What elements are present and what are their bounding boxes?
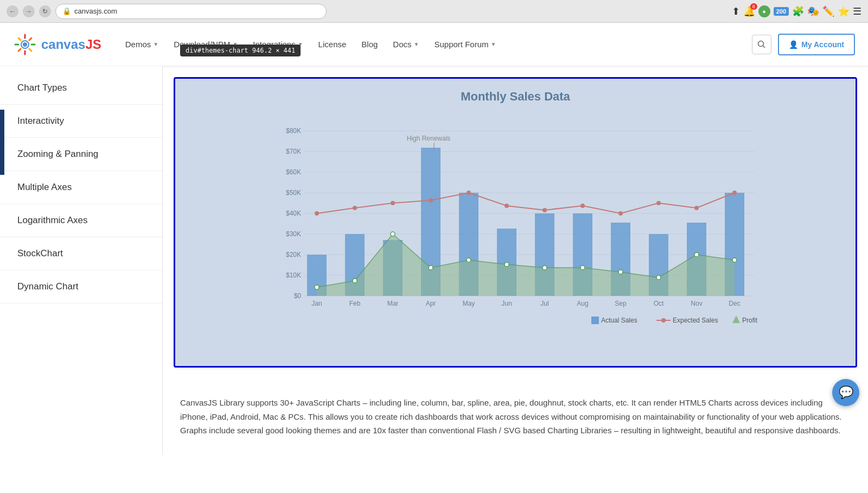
svg-point-52: [656, 275, 661, 280]
chart-area: Monthly Sales Data: [163, 66, 868, 378]
svg-text:$0: $0: [294, 292, 302, 300]
url-text: canvasjs.com: [74, 7, 117, 15]
svg-point-59: [467, 191, 471, 195]
svg-text:Aug: Aug: [577, 300, 588, 307]
sidebar-item-zooming-panning[interactable]: Zooming & Panning: [0, 138, 162, 171]
svg-text:$60K: $60K: [286, 168, 301, 176]
nav-search-area: 👤 My Account: [752, 34, 855, 55]
svg-text:Mar: Mar: [387, 300, 399, 307]
nav-support-forum[interactable]: Support Forum ▼: [427, 35, 502, 53]
svg-point-57: [391, 201, 395, 205]
svg-point-47: [467, 258, 471, 262]
svg-point-53: [694, 252, 699, 257]
logo-icon: [13, 33, 37, 56]
svg-text:Nov: Nov: [691, 300, 702, 307]
svg-line-4: [18, 38, 21, 40]
nav-demos[interactable]: Demos ▼: [119, 35, 165, 53]
nav-blog[interactable]: Blog: [355, 35, 384, 53]
svg-point-43: [315, 285, 319, 289]
svg-text:May: May: [463, 300, 475, 307]
svg-point-61: [542, 208, 547, 212]
svg-text:Jan: Jan: [311, 300, 322, 307]
svg-text:$80K: $80K: [286, 127, 301, 135]
svg-text:Profit: Profit: [742, 317, 758, 324]
svg-text:Feb: Feb: [349, 300, 361, 307]
svg-point-55: [315, 211, 319, 216]
back-button[interactable]: ←: [7, 5, 18, 17]
sidebar-item-multiple-axes[interactable]: Multiple Axes: [0, 171, 162, 204]
chart-svg: $80K $70K $60K $50K $40K $30K $20K $10K …: [186, 115, 845, 332]
svg-text:Sep: Sep: [615, 300, 627, 307]
svg-point-54: [732, 258, 737, 262]
browser-extensions: ⬆ 🔔8 ● 200 🧩 🎭 ✏️ ⭐ ☰: [732, 5, 861, 17]
svg-text:$30K: $30K: [286, 230, 301, 238]
content-area: Chart Types Interactivity Zooming & Pann…: [0, 66, 868, 455]
my-account-button[interactable]: 👤 My Account: [778, 34, 855, 55]
svg-line-6: [29, 38, 31, 40]
chevron-down-icon: ▼: [414, 41, 419, 47]
top-navigation: canvasJS Demos ▼ Download/NPM ▼ Integrat…: [0, 23, 868, 66]
svg-point-56: [353, 206, 357, 210]
user-icon: 👤: [789, 40, 798, 49]
chart-container: Monthly Sales Data: [174, 77, 857, 368]
svg-point-9: [23, 42, 27, 47]
svg-point-50: [580, 266, 585, 270]
sidebar-item-stockchart[interactable]: StockChart: [0, 237, 162, 270]
svg-point-48: [505, 262, 509, 267]
nav-docs[interactable]: Docs ▼: [386, 35, 425, 53]
svg-text:Jun: Jun: [501, 300, 512, 307]
svg-text:Oct: Oct: [654, 300, 664, 307]
browser-chrome: ← → ↻ 🔒 canvasjs.com ⬆ 🔔8 ● 200 🧩 🎭 ✏️ ⭐…: [0, 0, 868, 23]
svg-point-63: [618, 211, 623, 216]
svg-text:Apr: Apr: [426, 300, 436, 307]
svg-point-10: [758, 41, 764, 46]
sidebar-item-chart-types[interactable]: Chart Types: [0, 72, 162, 105]
chat-icon: 💬: [839, 385, 853, 400]
nav-links: Demos ▼ Download/NPM ▼ Integrations ▼ Li…: [119, 35, 503, 53]
svg-point-58: [429, 198, 433, 203]
logo-link[interactable]: canvasJS: [13, 33, 101, 56]
sidebar-accent-bar: [0, 110, 4, 175]
svg-line-5: [29, 49, 31, 51]
search-icon: [757, 40, 766, 49]
website-container: canvasJS Demos ▼ Download/NPM ▼ Integrat…: [0, 23, 868, 493]
chart-inner: Monthly Sales Data: [175, 79, 856, 366]
svg-text:$10K: $10K: [286, 271, 301, 279]
svg-point-44: [353, 279, 357, 283]
svg-point-66: [732, 191, 737, 195]
sidebar-item-interactivity[interactable]: Interactivity: [0, 105, 162, 138]
svg-text:Expected Sales: Expected Sales: [673, 317, 718, 324]
forward-button[interactable]: →: [23, 5, 35, 17]
svg-text:$20K: $20K: [286, 251, 301, 258]
svg-text:$50K: $50K: [286, 189, 301, 197]
sidebar-item-dynamic-chart[interactable]: Dynamic Chart: [0, 270, 162, 304]
svg-text:Dec: Dec: [729, 300, 740, 307]
svg-text:Jul: Jul: [540, 300, 548, 307]
svg-text:$70K: $70K: [286, 148, 301, 155]
svg-rect-81: [591, 317, 599, 324]
svg-point-65: [694, 206, 699, 210]
lock-icon: 🔒: [62, 7, 71, 15]
svg-text:$40K: $40K: [286, 210, 301, 217]
chevron-down-icon: ▼: [490, 41, 496, 47]
svg-point-51: [618, 270, 623, 274]
svg-text:High Renewals: High Renewals: [407, 135, 451, 142]
sidebar: Chart Types Interactivity Zooming & Pann…: [0, 66, 163, 455]
svg-line-11: [763, 46, 765, 48]
chat-button[interactable]: 💬: [832, 379, 859, 406]
svg-point-62: [580, 204, 585, 208]
nav-license[interactable]: License: [312, 35, 353, 53]
search-button[interactable]: [752, 35, 771, 54]
sidebar-item-logarithmic-axes[interactable]: Logarithmic Axes: [0, 204, 162, 237]
svg-point-84: [661, 318, 666, 323]
refresh-button[interactable]: ↻: [39, 5, 51, 17]
svg-point-46: [429, 266, 433, 270]
devtools-element-tooltip: div#themes-chart 946.2 × 441: [180, 45, 301, 56]
logo-text: canvasJS: [41, 37, 101, 52]
description-text: CanvasJS Library supports 30+ JavaScript…: [163, 378, 868, 455]
svg-text:Actual Sales: Actual Sales: [601, 317, 637, 324]
address-bar[interactable]: 🔒 canvasjs.com: [55, 4, 327, 19]
svg-point-64: [656, 201, 661, 205]
svg-point-60: [505, 204, 509, 208]
main-content: Monthly Sales Data: [163, 66, 868, 455]
